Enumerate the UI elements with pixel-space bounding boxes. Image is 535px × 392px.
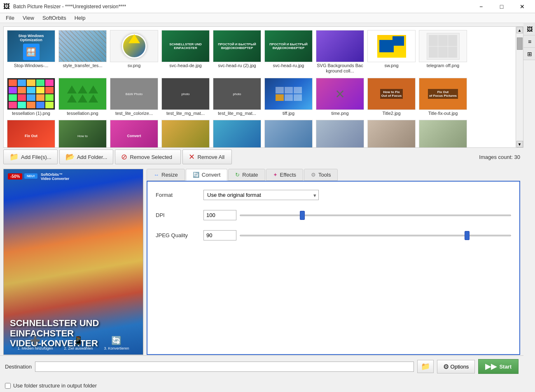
thumb-label: tiff.jpg	[283, 111, 294, 116]
add-folder-button[interactable]: 📂 Add Folder...	[59, 149, 114, 164]
thumbnail-item[interactable]: Fix Out	[5, 118, 57, 148]
thumbnail-item[interactable]: photo test_lite_mg_mat...	[160, 76, 211, 117]
thumbnail-item[interactable]: Stop WindowsOptimization 🪟 Stop-Windows-…	[5, 28, 57, 75]
thumbnail-item[interactable]: Fix Outof Focus Pictures Title-fix-out.j…	[417, 76, 469, 117]
thumb-label: test_lite_mg_mat...	[218, 111, 256, 116]
dpi-input[interactable]	[203, 210, 236, 220]
format-row: Format Use the original format JPEG PNG …	[156, 190, 511, 200]
thumbnail-item[interactable]: Convert	[108, 118, 160, 148]
thumbnail-item[interactable]	[211, 118, 263, 148]
thumb-label: Title2.jpg	[382, 111, 400, 116]
add-folder-icon: 📂	[65, 152, 75, 161]
format-select[interactable]: Use the original format JPEG PNG BMP TIF…	[203, 190, 319, 200]
promo-company: SoftOrbits™Video Converter	[41, 173, 69, 181]
options-icon: ⚙	[443, 363, 449, 371]
thumbnail-item[interactable]: How to	[57, 118, 108, 148]
remove-selected-button[interactable]: ⊘ Remove Selected	[115, 149, 181, 164]
thumbnail-item[interactable]	[417, 118, 469, 148]
tab-effects[interactable]: ✦ Effects	[266, 169, 304, 181]
menu-softorbits[interactable]: SoftOrbits	[38, 14, 70, 22]
thumbnail-item[interactable]	[160, 118, 211, 148]
destination-input[interactable]	[35, 362, 414, 372]
thumbnail-item[interactable]: sw.png	[366, 28, 417, 75]
start-button[interactable]: ▶▶ Start	[478, 359, 519, 374]
thumb-label: SVG Backgrounds Background coll...	[316, 63, 364, 74]
format-label: Format	[156, 192, 197, 198]
menu-view[interactable]: View	[19, 14, 38, 22]
thumbnail-item[interactable]: ✕ time.png	[314, 76, 366, 117]
thumbnail-item[interactable]: photo test_lite_mg_mat...	[211, 76, 263, 117]
thumb-label: test_lite_mg_mat...	[166, 111, 205, 116]
dpi-slider[interactable]	[240, 211, 511, 219]
app-icon: 🖼	[3, 3, 10, 10]
images-count: Images count: 30	[479, 154, 520, 160]
remove-all-icon: ✕	[189, 152, 195, 161]
side-panel-icon-1[interactable]: 🖼	[523, 23, 535, 35]
thumbnail-item[interactable]: B&W Photo test_lite_colorize...	[108, 76, 160, 117]
bottom-bar: Destination 📁 ⚙ Options ▶▶ Start	[0, 355, 523, 377]
tabs-container: ↔ Resize 🔄 Convert ↻ Rotate ✦ Effects ⚙	[147, 169, 520, 181]
format-select-wrapper: Use the original format JPEG PNG BMP TIF…	[203, 190, 319, 200]
jpeg-thumb[interactable]	[465, 231, 470, 240]
thumbnail-item[interactable]: SCHNELLSTER UND EINFACHSTER svc-head-de.…	[160, 28, 211, 75]
menubar: File View SoftOrbits Help	[0, 13, 535, 23]
dpi-controls	[203, 210, 511, 220]
jpeg-quality-input[interactable]	[203, 230, 236, 240]
thumb-label: time.png	[331, 111, 348, 116]
thumbnail-item[interactable]: ПРОСТОЙ И БЫСТРЫЙ ВИДЕОКОНВЕРТЕР svc-hea…	[211, 28, 263, 75]
window-controls: − □ ✕	[472, 0, 532, 13]
thumbnail-item[interactable]: tiff.jpg	[263, 76, 314, 117]
thumbnail-item[interactable]: SVG Backgrounds Background coll...	[314, 28, 366, 75]
remove-all-button[interactable]: ✕ Remove All	[182, 149, 232, 164]
promo-new-badge: NEU!	[24, 173, 37, 179]
thumbnail-item[interactable]: tessellation.png	[57, 76, 108, 117]
browse-icon: 📁	[421, 362, 430, 371]
jpeg-quality-row: JPEG Quality	[156, 230, 511, 240]
thumbnail-item[interactable]: ПРОСТОЙ И БЫСТРЫЙ ВИДЕОКОНВЕРТЕР svc-hea…	[263, 28, 314, 75]
thumb-label: svc-head-de.jpg	[169, 63, 201, 68]
jpeg-slider[interactable]	[240, 231, 511, 240]
menu-file[interactable]: File	[2, 14, 19, 22]
tab-rotate[interactable]: ↻ Rotate	[228, 169, 265, 181]
jpeg-quality-label: JPEG Quality	[156, 232, 197, 238]
thumbnail-item[interactable]: style_transfer_tes...	[57, 28, 108, 75]
thumb-label: style_transfer_tes...	[63, 63, 103, 68]
add-files-button[interactable]: 📁 Add File(s)...	[3, 149, 58, 164]
thumbnail-item[interactable]	[314, 118, 366, 148]
start-icon: ▶▶	[485, 362, 497, 371]
convert-panel: Format Use the original format JPEG PNG …	[147, 181, 520, 355]
thumbnail-item[interactable]: How to FixOut of Focus Title2.jpg	[366, 76, 417, 117]
thumb-label: test_lite_colorize...	[115, 111, 153, 116]
preview-panel: -50% NEU! SoftOrbits™Video Converter SCH…	[3, 169, 143, 355]
thumbnail-item[interactable]: tessellation (1).png	[5, 76, 57, 117]
maximize-button[interactable]: □	[492, 0, 511, 13]
side-panel-icon-3[interactable]: ⊞	[523, 48, 535, 60]
thumbnail-item[interactable]: sv.png	[108, 28, 160, 75]
tools-icon: ⚙	[311, 172, 316, 178]
side-panel-icon-2[interactable]: ≡	[523, 35, 535, 48]
tab-resize[interactable]: ↔ Resize	[147, 169, 185, 181]
jpeg-quality-controls	[203, 230, 511, 240]
promo-badge: -50%	[8, 173, 22, 180]
thumbnail-item[interactable]: telegram off.png	[417, 28, 469, 75]
folder-structure-checkbox[interactable]	[5, 383, 11, 389]
minimize-button[interactable]: −	[472, 0, 491, 13]
window-title: Batch Picture Resizer - ****Unregistered…	[13, 4, 468, 9]
scroll-down[interactable]: ▼	[516, 141, 523, 147]
tab-convert[interactable]: 🔄 Convert	[186, 169, 228, 181]
scroll-up[interactable]: ▲	[516, 27, 523, 33]
options-button[interactable]: ⚙ Options	[437, 360, 475, 373]
close-button[interactable]: ✕	[513, 0, 532, 13]
dpi-thumb[interactable]	[300, 211, 305, 220]
checkbox-row: Use folder structure in output folder	[5, 383, 97, 389]
destination-browse-button[interactable]: 📁	[417, 360, 434, 373]
destination-label: Destination	[5, 364, 32, 370]
remove-selected-icon: ⊘	[121, 152, 127, 161]
tab-tools[interactable]: ⚙ Tools	[304, 169, 338, 181]
thumbnail-item[interactable]	[366, 118, 417, 148]
thumbnail-item[interactable]	[263, 118, 314, 148]
thumb-label: tessellation.png	[67, 111, 98, 116]
scroll-thumb[interactable]	[517, 37, 523, 50]
thumb-label: svc-head-ru (2).jpg	[218, 63, 256, 68]
menu-help[interactable]: Help	[70, 14, 90, 22]
